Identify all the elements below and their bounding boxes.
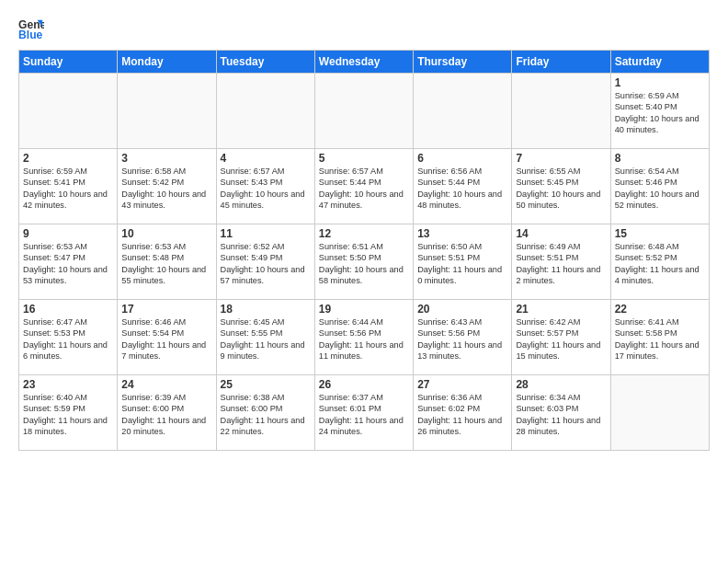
day-number: 21	[516, 303, 606, 316]
calendar-cell: 9Sunrise: 6:53 AM Sunset: 5:47 PM Daylig…	[19, 224, 118, 300]
day-info: Sunrise: 6:58 AM Sunset: 5:42 PM Dayligh…	[121, 166, 211, 212]
calendar-week-4: 16Sunrise: 6:47 AM Sunset: 5:53 PM Dayli…	[19, 300, 710, 375]
calendar-cell: 20Sunrise: 6:43 AM Sunset: 5:56 PM Dayli…	[414, 300, 512, 375]
dow-header-saturday: Saturday	[610, 51, 709, 74]
calendar-week-5: 23Sunrise: 6:40 AM Sunset: 5:59 PM Dayli…	[19, 375, 710, 451]
day-number: 22	[615, 303, 705, 316]
day-number: 12	[319, 227, 409, 240]
day-number: 1	[615, 76, 705, 89]
day-number: 15	[615, 227, 705, 240]
day-number: 28	[516, 378, 606, 391]
dow-header-tuesday: Tuesday	[216, 51, 314, 74]
day-number: 3	[121, 152, 211, 165]
day-number: 4	[221, 152, 311, 165]
day-number: 24	[121, 378, 211, 391]
calendar-cell: 28Sunrise: 6:34 AM Sunset: 6:03 PM Dayli…	[512, 375, 610, 451]
day-info: Sunrise: 6:34 AM Sunset: 6:03 PM Dayligh…	[516, 392, 606, 438]
day-info: Sunrise: 6:55 AM Sunset: 5:45 PM Dayligh…	[516, 166, 606, 212]
day-info: Sunrise: 6:36 AM Sunset: 6:02 PM Dayligh…	[417, 392, 507, 438]
calendar-cell: 12Sunrise: 6:51 AM Sunset: 5:50 PM Dayli…	[314, 224, 413, 300]
calendar-cell: 15Sunrise: 6:48 AM Sunset: 5:52 PM Dayli…	[610, 224, 709, 300]
calendar-cell: 23Sunrise: 6:40 AM Sunset: 5:59 PM Dayli…	[19, 375, 118, 451]
day-number: 17	[121, 303, 211, 316]
day-info: Sunrise: 6:57 AM Sunset: 5:43 PM Dayligh…	[221, 166, 311, 212]
calendar-cell: 11Sunrise: 6:52 AM Sunset: 5:49 PM Dayli…	[216, 224, 314, 300]
day-number: 19	[319, 303, 409, 316]
day-info: Sunrise: 6:50 AM Sunset: 5:51 PM Dayligh…	[417, 241, 507, 287]
day-number: 14	[516, 227, 606, 240]
calendar-cell: 13Sunrise: 6:50 AM Sunset: 5:51 PM Dayli…	[414, 224, 512, 300]
calendar-cell	[216, 74, 314, 149]
calendar-cell: 24Sunrise: 6:39 AM Sunset: 6:00 PM Dayli…	[118, 375, 216, 451]
calendar-cell	[414, 74, 512, 149]
day-info: Sunrise: 6:46 AM Sunset: 5:54 PM Dayligh…	[121, 316, 211, 362]
day-number: 20	[417, 303, 507, 316]
calendar-cell	[19, 74, 118, 149]
day-info: Sunrise: 6:37 AM Sunset: 6:01 PM Dayligh…	[319, 392, 409, 438]
calendar-cell: 16Sunrise: 6:47 AM Sunset: 5:53 PM Dayli…	[19, 300, 118, 375]
calendar-week-2: 2Sunrise: 6:59 AM Sunset: 5:41 PM Daylig…	[19, 149, 710, 224]
calendar-week-3: 9Sunrise: 6:53 AM Sunset: 5:47 PM Daylig…	[19, 224, 710, 300]
day-number: 6	[417, 152, 507, 165]
day-number: 13	[417, 227, 507, 240]
calendar-week-1: 1Sunrise: 6:59 AM Sunset: 5:40 PM Daylig…	[19, 74, 710, 149]
calendar-cell: 14Sunrise: 6:49 AM Sunset: 5:51 PM Dayli…	[512, 224, 610, 300]
svg-text:Blue: Blue	[18, 29, 43, 41]
day-info: Sunrise: 6:51 AM Sunset: 5:50 PM Dayligh…	[319, 241, 409, 287]
day-info: Sunrise: 6:53 AM Sunset: 5:47 PM Dayligh…	[23, 241, 113, 287]
day-number: 26	[319, 378, 409, 391]
day-number: 27	[417, 378, 507, 391]
calendar-cell	[314, 74, 413, 149]
calendar-cell: 1Sunrise: 6:59 AM Sunset: 5:40 PM Daylig…	[610, 74, 709, 149]
day-number: 8	[615, 152, 705, 165]
calendar-cell: 27Sunrise: 6:36 AM Sunset: 6:02 PM Dayli…	[414, 375, 512, 451]
day-info: Sunrise: 6:59 AM Sunset: 5:40 PM Dayligh…	[615, 90, 705, 136]
dow-header-thursday: Thursday	[414, 51, 512, 74]
day-number: 7	[516, 152, 606, 165]
calendar-cell: 10Sunrise: 6:53 AM Sunset: 5:48 PM Dayli…	[118, 224, 216, 300]
calendar-cell: 4Sunrise: 6:57 AM Sunset: 5:43 PM Daylig…	[216, 149, 314, 224]
day-info: Sunrise: 6:44 AM Sunset: 5:56 PM Dayligh…	[319, 316, 409, 362]
day-info: Sunrise: 6:57 AM Sunset: 5:44 PM Dayligh…	[319, 166, 409, 212]
day-info: Sunrise: 6:59 AM Sunset: 5:41 PM Dayligh…	[23, 166, 113, 212]
day-info: Sunrise: 6:45 AM Sunset: 5:55 PM Dayligh…	[221, 316, 311, 362]
day-number: 23	[23, 378, 113, 391]
day-info: Sunrise: 6:38 AM Sunset: 6:00 PM Dayligh…	[221, 392, 311, 438]
calendar-cell: 26Sunrise: 6:37 AM Sunset: 6:01 PM Dayli…	[314, 375, 413, 451]
calendar-cell: 21Sunrise: 6:42 AM Sunset: 5:57 PM Dayli…	[512, 300, 610, 375]
day-info: Sunrise: 6:42 AM Sunset: 5:57 PM Dayligh…	[516, 316, 606, 362]
day-info: Sunrise: 6:54 AM Sunset: 5:46 PM Dayligh…	[615, 166, 705, 212]
calendar-cell: 22Sunrise: 6:41 AM Sunset: 5:58 PM Dayli…	[610, 300, 709, 375]
day-info: Sunrise: 6:49 AM Sunset: 5:51 PM Dayligh…	[516, 241, 606, 287]
dow-header-sunday: Sunday	[19, 51, 118, 74]
calendar-cell	[610, 375, 709, 451]
calendar-cell: 5Sunrise: 6:57 AM Sunset: 5:44 PM Daylig…	[314, 149, 413, 224]
day-number: 25	[221, 378, 311, 391]
dow-header-friday: Friday	[512, 51, 610, 74]
day-info: Sunrise: 6:53 AM Sunset: 5:48 PM Dayligh…	[121, 241, 211, 287]
dow-header-wednesday: Wednesday	[314, 51, 413, 74]
day-info: Sunrise: 6:48 AM Sunset: 5:52 PM Dayligh…	[615, 241, 705, 287]
logo-icon: General Blue	[18, 17, 44, 42]
calendar-cell: 25Sunrise: 6:38 AM Sunset: 6:00 PM Dayli…	[216, 375, 314, 451]
day-info: Sunrise: 6:47 AM Sunset: 5:53 PM Dayligh…	[23, 316, 113, 362]
day-number: 2	[23, 152, 113, 165]
day-number: 11	[221, 227, 311, 240]
calendar-cell: 6Sunrise: 6:56 AM Sunset: 5:44 PM Daylig…	[414, 149, 512, 224]
calendar-cell: 7Sunrise: 6:55 AM Sunset: 5:45 PM Daylig…	[512, 149, 610, 224]
day-number: 9	[23, 227, 113, 240]
calendar-cell: 2Sunrise: 6:59 AM Sunset: 5:41 PM Daylig…	[19, 149, 118, 224]
calendar-cell: 17Sunrise: 6:46 AM Sunset: 5:54 PM Dayli…	[118, 300, 216, 375]
calendar-cell: 8Sunrise: 6:54 AM Sunset: 5:46 PM Daylig…	[610, 149, 709, 224]
day-info: Sunrise: 6:56 AM Sunset: 5:44 PM Dayligh…	[417, 166, 507, 212]
calendar-cell	[512, 74, 610, 149]
dow-header-monday: Monday	[118, 51, 216, 74]
page-header: General Blue	[18, 17, 710, 42]
calendar-table: SundayMondayTuesdayWednesdayThursdayFrid…	[18, 50, 710, 451]
day-info: Sunrise: 6:41 AM Sunset: 5:58 PM Dayligh…	[615, 316, 705, 362]
day-info: Sunrise: 6:43 AM Sunset: 5:56 PM Dayligh…	[417, 316, 507, 362]
calendar-cell: 3Sunrise: 6:58 AM Sunset: 5:42 PM Daylig…	[118, 149, 216, 224]
day-number: 5	[319, 152, 409, 165]
day-info: Sunrise: 6:40 AM Sunset: 5:59 PM Dayligh…	[23, 392, 113, 438]
day-number: 10	[121, 227, 211, 240]
